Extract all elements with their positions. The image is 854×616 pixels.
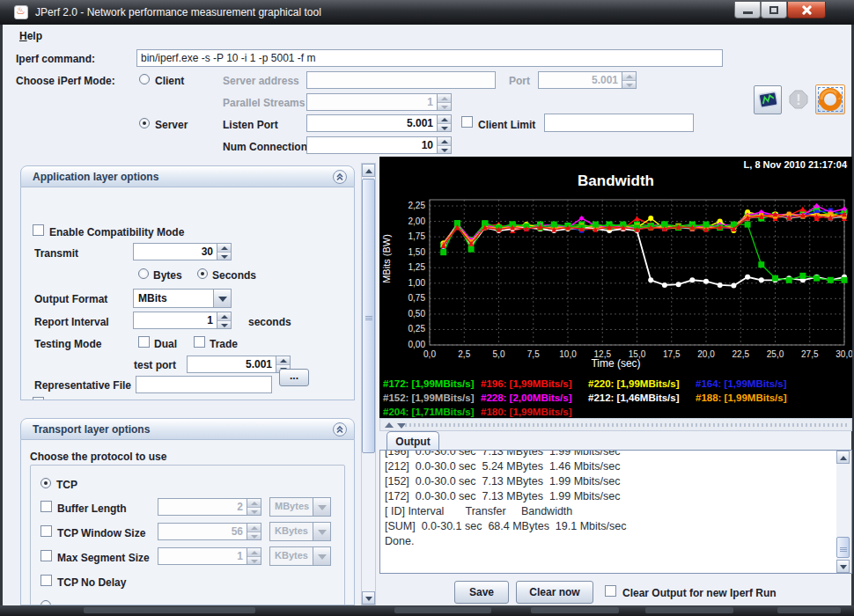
clear-now-button[interactable]: Clear now: [516, 581, 593, 604]
buffer-length-checkbox[interactable]: [40, 501, 52, 512]
transmit-spinner[interactable]: 30: [133, 243, 232, 260]
bytes-label: Bytes: [153, 269, 182, 282]
restart-iperf-button[interactable]: [815, 84, 845, 114]
server-address-input[interactable]: [306, 71, 496, 89]
tcp-window-spinner[interactable]: 56: [158, 523, 261, 540]
output-format-combo[interactable]: MBits: [133, 289, 232, 308]
max-segment-spin-buttons[interactable]: [247, 548, 261, 564]
legend-entry: #152: [1,99MBits/s]: [383, 392, 475, 403]
scroll-up-icon[interactable]: [836, 451, 850, 464]
scrollbar-thumb[interactable]: [836, 537, 850, 558]
port-spin-buttons[interactable]: [622, 72, 636, 88]
legend-entry: #228: [2,00MBits/s]: [481, 392, 572, 403]
seconds-radio[interactable]: [197, 268, 208, 279]
clear-output-checkbox[interactable]: [605, 585, 616, 597]
server-mode-label: Server: [155, 119, 188, 131]
tab-output[interactable]: Output: [387, 431, 439, 451]
max-segment-spinner[interactable]: 1: [158, 547, 261, 565]
close-button[interactable]: [787, 2, 826, 18]
report-interval-spinner[interactable]: 1: [133, 312, 232, 329]
svg-text:0,75: 0,75: [409, 293, 426, 303]
parallel-streams-spinner[interactable]: 1: [306, 93, 452, 111]
minimize-button[interactable]: [734, 2, 761, 18]
stop-icon: !: [785, 86, 812, 114]
max-segment-checkbox[interactable]: [40, 550, 52, 561]
output-textarea[interactable]: [196] 0.0-30.0 sec 7.13 MBytes 1.99 Mbit…: [379, 450, 852, 574]
bandwidth-chart: L, 8 Nov 2010 21:17:04 Bandwidth 0,02,55…: [379, 157, 852, 418]
num-connections-spinner[interactable]: 10: [306, 136, 452, 154]
scrollbar-thumb[interactable]: [362, 179, 375, 453]
save-button[interactable]: Save: [454, 581, 509, 604]
listen-port-spin-buttons[interactable]: [437, 115, 451, 131]
buffer-length-spin-buttons[interactable]: [247, 499, 261, 515]
application-layer-header[interactable]: Application layer options: [20, 165, 355, 187]
clear-output-label: Clear Output for new Iperf Run: [622, 587, 777, 599]
tcp-radio[interactable]: [40, 478, 51, 488]
options-scrollbar[interactable]: [361, 163, 376, 605]
buffer-length-label: Buffer Length: [57, 502, 127, 515]
combo-arrow-icon[interactable]: [313, 523, 330, 540]
transport-layer-title: Transport layer options: [33, 423, 150, 436]
legend-entry: #164: [1,99MBits/s]: [696, 378, 787, 389]
expand-up-icon[interactable]: [385, 422, 394, 428]
scroll-down-icon[interactable]: [836, 560, 850, 573]
svg-text:0,50: 0,50: [409, 309, 426, 319]
tcp-window-checkbox[interactable]: [40, 525, 52, 537]
divider-grip: [405, 423, 848, 427]
browse-file-button[interactable]: ...: [279, 369, 309, 386]
svg-text:!: !: [796, 92, 800, 107]
enable-compat-label: Enable Compatibility Mode: [49, 226, 184, 238]
protocol-subtitle: Choose the protocol to use: [30, 451, 166, 463]
svg-text:0,25: 0,25: [409, 324, 426, 334]
tcp-window-spin-buttons[interactable]: [247, 524, 261, 539]
combo-arrow-icon[interactable]: [213, 290, 231, 307]
maximize-button[interactable]: [761, 2, 787, 18]
scroll-up-icon[interactable]: [362, 164, 375, 177]
client-limit-checkbox[interactable]: [461, 116, 473, 128]
num-connections-spin-buttons[interactable]: [437, 137, 451, 153]
combo-arrow-icon[interactable]: [313, 547, 330, 565]
trade-label: Trade: [210, 338, 238, 350]
test-port-spinner[interactable]: 5.001: [187, 356, 291, 373]
tcp-no-delay-checkbox[interactable]: [40, 575, 52, 586]
transmit-spin-buttons[interactable]: [217, 244, 231, 260]
scroll-down-icon[interactable]: [362, 591, 375, 605]
trade-checkbox[interactable]: [194, 336, 205, 348]
enable-compat-checkbox[interactable]: [33, 224, 44, 236]
split-pane-divider[interactable]: [379, 418, 852, 431]
print-mss-checkbox[interactable]: [33, 397, 44, 400]
iperf-command-input[interactable]: [136, 49, 723, 67]
run-chart-icon: [755, 86, 781, 114]
tcp-label: TCP: [56, 479, 77, 491]
chart-x-axis-label: Time (sec): [379, 357, 852, 370]
combo-arrow-icon[interactable]: [313, 498, 330, 516]
collapse-chevron-icon[interactable]: [333, 170, 347, 184]
report-interval-spin-buttons[interactable]: [217, 312, 231, 328]
listen-port-label: Listen Port: [223, 119, 278, 131]
bytes-radio[interactable]: [138, 268, 149, 279]
max-segment-unit-combo[interactable]: KBytes: [269, 546, 331, 566]
legend-entry: #220: [1,99MBits/s]: [588, 378, 680, 389]
buffer-length-unit-combo[interactable]: MBytes: [269, 497, 331, 517]
server-mode-radio[interactable]: [139, 118, 150, 128]
menu-help[interactable]: Help: [16, 28, 46, 44]
parallel-streams-spin-buttons[interactable]: [437, 94, 451, 110]
port-spinner[interactable]: 5.001: [538, 71, 637, 89]
run-iperf-button[interactable]: [754, 85, 782, 114]
output-scrollbar[interactable]: [836, 451, 851, 573]
tcp-window-unit-combo[interactable]: KBytes: [269, 522, 331, 541]
legend-entry: #204: [1,71MBits/s]: [383, 407, 475, 417]
output-buttons-row: Save Clear now Clear Output for new Iper…: [379, 574, 852, 605]
title-bar[interactable]: JPerf 2.0 - Network performance measurem…: [0, 0, 854, 25]
transport-layer-header[interactable]: Transport layer options: [20, 418, 355, 440]
listen-port-spinner[interactable]: 5.001: [306, 114, 452, 132]
representative-file-input[interactable]: [136, 376, 272, 393]
legend-entry: #180: [1,99MBits/s]: [481, 407, 572, 417]
buffer-length-spinner[interactable]: 2: [158, 498, 261, 516]
dual-checkbox[interactable]: [138, 336, 150, 348]
svg-text:1,50: 1,50: [409, 247, 426, 257]
client-limit-input[interactable]: [544, 114, 694, 132]
client-mode-radio[interactable]: [139, 74, 150, 84]
stop-iperf-button[interactable]: !: [784, 85, 813, 114]
collapse-chevron-icon[interactable]: [333, 422, 347, 436]
